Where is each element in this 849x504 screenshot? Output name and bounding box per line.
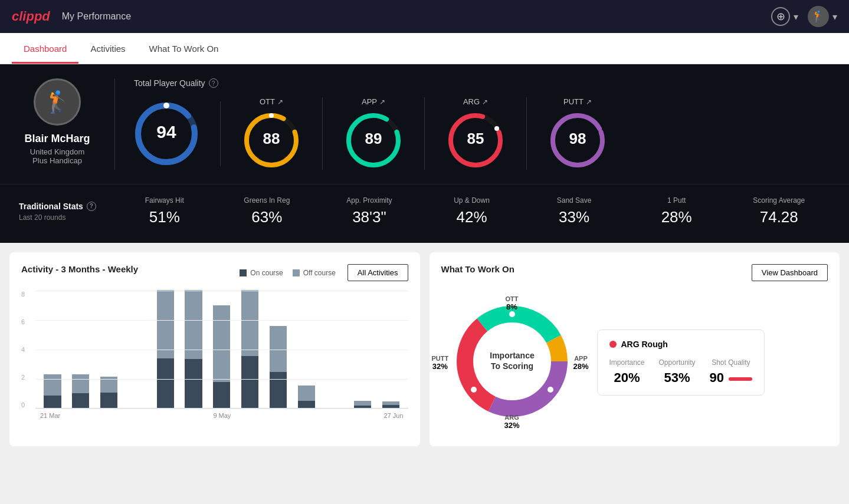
bar-group xyxy=(322,290,347,408)
add-icon[interactable]: ⊕ xyxy=(771,7,790,26)
gauge-ott-svg: 88 xyxy=(242,111,301,170)
bar-bottom xyxy=(354,406,371,408)
app-arrow-icon: ↗ xyxy=(379,98,385,106)
shot-quality-bar xyxy=(729,377,752,381)
work-on-content: Importance To Scoring OTT 8% APP 28% xyxy=(441,291,828,434)
svg-point-26 xyxy=(509,311,515,317)
bar-bottom xyxy=(157,358,174,408)
add-button-group[interactable]: ⊕ ▾ xyxy=(771,7,798,26)
bar-bottom xyxy=(185,359,202,408)
x-axis-labels: 21 Mar 9 May 27 Jun xyxy=(35,409,408,419)
view-dashboard-button[interactable]: View Dashboard xyxy=(752,264,828,281)
bar-bottom xyxy=(241,356,258,408)
trad-stat-updown: Up & Down 42% xyxy=(421,196,523,226)
arg-arrow-icon: ↗ xyxy=(482,98,488,106)
svg-text:98: 98 xyxy=(569,130,586,147)
gauge-total: 94 xyxy=(134,101,221,166)
gauge-total-svg: 94 xyxy=(134,101,199,166)
svg-text:94: 94 xyxy=(156,122,176,141)
main-content: Activity - 3 Months - Weekly On course O… xyxy=(0,243,849,456)
donut-chart-svg: Importance To Scoring xyxy=(441,291,583,432)
svg-point-28 xyxy=(471,387,477,393)
chevron-down-icon: ▾ xyxy=(794,11,798,22)
page-title: My Performance xyxy=(62,11,131,22)
donut-label-ott: OTT 8% xyxy=(506,295,519,311)
player-name: Blair McHarg xyxy=(24,133,90,145)
arg-metrics: Importance 20% Opportunity 53% Shot Qual… xyxy=(609,358,753,386)
bar-group xyxy=(379,290,404,408)
top-bar-right: ⊕ ▾ 🏌️ ▾ xyxy=(771,6,837,27)
bar-top xyxy=(270,326,287,372)
work-on-title: What To Work On xyxy=(441,264,514,274)
bar-top xyxy=(44,374,61,396)
bar-group xyxy=(266,290,291,408)
tab-dashboard[interactable]: Dashboard xyxy=(12,33,78,64)
svg-point-18 xyxy=(575,113,580,118)
bar-bottom xyxy=(100,393,117,408)
bar-bottom xyxy=(44,396,61,408)
legend-off-course-dot xyxy=(293,269,300,276)
chart-area xyxy=(35,291,408,409)
bar-chart-wrapper: 8 6 4 2 0 21 Mar 9 May 27 Jun xyxy=(21,291,408,419)
svg-point-27 xyxy=(548,387,553,393)
legend-on-course: On course xyxy=(240,269,283,277)
gauge-app-svg: 89 xyxy=(344,111,403,170)
avatar-chevron-icon: ▾ xyxy=(832,11,837,22)
arg-dot-icon xyxy=(609,341,617,348)
legend-off-course: Off course xyxy=(293,269,336,277)
legend-on-course-dot xyxy=(240,269,247,276)
profile-section: 🏌️ Blair McHarg United Kingdom Plus Hand… xyxy=(19,78,96,165)
trad-stat-fairways: Fairways Hit 51% xyxy=(113,196,216,226)
ott-arrow-icon: ↗ xyxy=(277,98,283,106)
bar-bottom xyxy=(213,382,230,408)
bar-group xyxy=(68,290,93,408)
all-activities-button[interactable]: All Activities xyxy=(348,264,408,281)
svg-text:Importance: Importance xyxy=(490,351,535,360)
bar-group xyxy=(209,290,234,408)
what-to-work-on-card: What To Work On View Dashboard Importanc… xyxy=(430,252,840,446)
y-axis: 8 6 4 2 0 xyxy=(21,291,25,409)
player-handicap: Plus Handicap xyxy=(32,156,82,165)
tab-activities[interactable]: Activities xyxy=(78,33,137,64)
trad-label: Traditional Stats ? Last 20 rounds xyxy=(19,202,113,222)
tab-what-to-work-on[interactable]: What To Work On xyxy=(137,33,231,64)
avatar[interactable]: 🏌️ xyxy=(808,6,829,27)
bar-top xyxy=(72,374,89,393)
trad-stat-scoring: Scoring Average 74.28 xyxy=(727,196,830,226)
arg-metric-opportunity: Opportunity 53% xyxy=(659,358,696,386)
gauge-arg: ARG ↗ 85 xyxy=(425,97,527,170)
gauge-arg-svg: 85 xyxy=(446,111,505,170)
activity-chart-card: Activity - 3 Months - Weekly On course O… xyxy=(9,252,420,446)
svg-point-2 xyxy=(163,103,169,108)
arg-info-card: ARG Rough Importance 20% Opportunity 53%… xyxy=(597,330,765,396)
trad-info-icon[interactable]: ? xyxy=(87,202,96,211)
bar-group xyxy=(124,290,149,408)
bar-bottom xyxy=(382,405,399,408)
work-on-header: What To Work On View Dashboard xyxy=(441,264,828,281)
svg-text:88: 88 xyxy=(263,130,280,147)
arg-metric-importance: Importance 20% xyxy=(609,358,645,386)
donut-label-putt: PUTT 32% xyxy=(432,355,449,371)
player-country: United Kingdom xyxy=(30,147,85,156)
chart-header: Activity - 3 Months - Weekly On course O… xyxy=(21,264,408,281)
svg-text:89: 89 xyxy=(365,130,382,147)
logo: clippd xyxy=(12,9,50,24)
traditional-stats: Traditional Stats ? Last 20 rounds Fairw… xyxy=(0,184,849,243)
top-bar-left: clippd My Performance xyxy=(12,9,131,24)
info-icon[interactable]: ? xyxy=(209,78,218,88)
bar-group xyxy=(181,290,206,408)
svg-point-10 xyxy=(371,113,376,118)
hero-inner: 🏌️ Blair McHarg United Kingdom Plus Hand… xyxy=(19,78,830,170)
avatar-group[interactable]: 🏌️ ▾ xyxy=(808,6,837,27)
bar-group xyxy=(153,290,178,408)
bar-bottom xyxy=(72,393,89,408)
hero-section: 🏌️ Blair McHarg United Kingdom Plus Hand… xyxy=(0,64,849,184)
trad-sublabel: Last 20 rounds xyxy=(19,213,113,222)
arg-info-title: ARG Rough xyxy=(609,340,753,349)
putt-arrow-icon: ↗ xyxy=(586,98,592,106)
trad-stat-1putt: 1 Putt 28% xyxy=(625,196,728,226)
bar-top xyxy=(185,290,202,359)
bar-top xyxy=(100,377,117,393)
gauge-putt: PUTT ↗ 98 xyxy=(527,97,628,170)
bar-group xyxy=(97,290,122,408)
